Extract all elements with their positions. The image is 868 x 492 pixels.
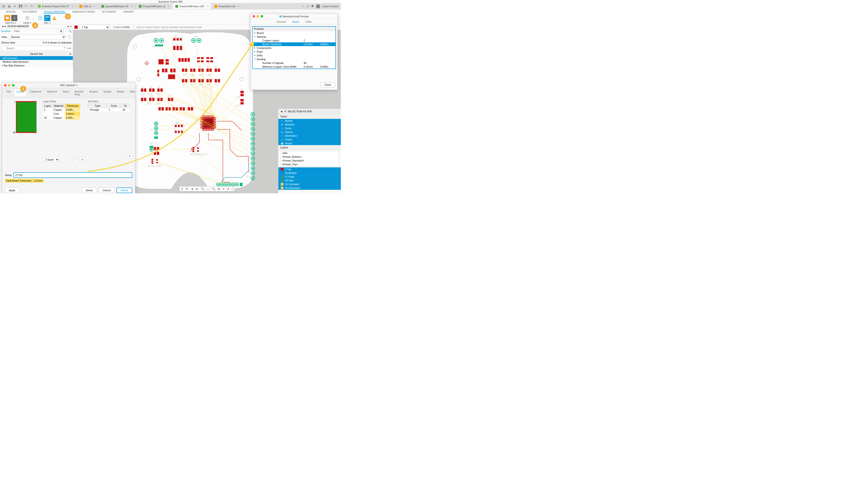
- ribbon-tab-automate[interactable]: AUTOMATE: [101, 10, 117, 14]
- layer-pair-row[interactable]: 1Copper0.035...: [43, 108, 80, 112]
- expand-arrow-icon[interactable]: ▼: [254, 35, 257, 38]
- tab-close-icon[interactable]: ×: [238, 4, 240, 8]
- lp-col-layer[interactable]: Layer: [43, 104, 53, 108]
- document-tab[interactable]: PowerDrillPower v1×: [136, 3, 173, 9]
- mfg-minimize-icon[interactable]: [256, 15, 259, 18]
- back-arrow-icon[interactable]: ◄: [280, 110, 283, 113]
- tab-close-icon[interactable]: ×: [168, 4, 170, 8]
- file-icon[interactable]: ▤: [7, 5, 11, 8]
- minimize-icon[interactable]: [8, 84, 10, 87]
- grid-snap-icon[interactable]: ⊞: [218, 187, 220, 191]
- tab-close-icon[interactable]: ×: [207, 4, 209, 8]
- expand-arrow-icon[interactable]: ▶: [254, 54, 257, 57]
- extensions-icon[interactable]: ◷: [307, 5, 309, 8]
- redo-icon[interactable]: ↷: [30, 5, 33, 8]
- save-icon[interactable]: 💾: [19, 5, 22, 8]
- drc-tab-clearance[interactable]: Clearance: [27, 89, 44, 97]
- filter-type-attribute[interactable]: AAttribute: [278, 123, 341, 126]
- zoom-out-icon[interactable]: 🔍: [212, 187, 215, 191]
- drc-tab-misc[interactable]: Misc: [127, 89, 138, 97]
- drc-tab-file[interactable]: File: [4, 89, 13, 97]
- property-row[interactable]: ▶Pads: [253, 50, 336, 54]
- layer-preset-item[interactable]: <Preset_Top>: [280, 163, 339, 166]
- property-row[interactable]: ▶Drills: [253, 54, 336, 57]
- via-minus-button[interactable]: −: [120, 153, 125, 158]
- vp-col-from[interactable]: From: [107, 104, 121, 108]
- via-plus-button[interactable]: +: [127, 153, 132, 158]
- layer-item[interactable]: 18 Vias: [278, 179, 341, 182]
- expand-arrow-icon[interactable]: ▼: [254, 58, 257, 60]
- layer-minus-button[interactable]: −: [73, 157, 78, 162]
- zoom-in-icon[interactable]: 🔍: [201, 187, 204, 191]
- mfg-close-button[interactable]: Close: [320, 82, 335, 87]
- document-tab[interactable]: PowerDrill v14×: [212, 3, 243, 9]
- ribbon-tab-document[interactable]: DOCUMENT: [22, 10, 39, 14]
- design-manager-settings-icon[interactable]: ●: [68, 25, 69, 28]
- tab-close-icon[interactable]: ×: [94, 4, 96, 8]
- vp-col-type[interactable]: Type: [88, 104, 107, 108]
- via-pairs-table[interactable]: Type From To Through116: [88, 104, 130, 112]
- document-tab[interactable]: powerDrillPower v9*×: [99, 3, 136, 9]
- drc-rules-icon[interactable]: [37, 15, 43, 21]
- mfg-tab-preview[interactable]: Preview: [274, 20, 289, 24]
- undo-icon[interactable]: ↶: [24, 5, 28, 8]
- app-grid-icon[interactable]: ⊞: [2, 5, 5, 8]
- layer-select[interactable]: 1 Top: [79, 25, 109, 29]
- layer-item[interactable]: 19 Unrouted: [278, 182, 341, 186]
- layer-item[interactable]: 17 Pads: [278, 175, 341, 179]
- layer-preset-item[interactable]: <Preset_Bottom>: [280, 155, 339, 159]
- drc-errors-icon[interactable]: !: [51, 15, 57, 21]
- filter-type-airwire[interactable]: ─Airwire: [278, 119, 341, 123]
- drc-tab-annular-ring[interactable]: Annular Ring: [72, 89, 86, 97]
- layer-pair-row[interactable]: Core1.5mm: [43, 112, 80, 116]
- filter-type-frame[interactable]: □Frame: [278, 138, 341, 141]
- mfg-maximize-icon[interactable]: [261, 15, 263, 18]
- cancel-button[interactable]: Cancel: [99, 188, 115, 193]
- device-set-item[interactable]: <Top Side Devices>: [0, 64, 73, 67]
- expand-arrow-icon[interactable]: ▶: [254, 50, 257, 53]
- more-menu-icon[interactable]: •••: [68, 47, 71, 50]
- property-row[interactable]: ▼Routing: [253, 57, 336, 61]
- search-input[interactable]: [1, 46, 66, 51]
- filter-type-device[interactable]: ▭Device: [278, 130, 341, 134]
- view-grid-icon[interactable]: [24, 15, 30, 21]
- notification-icon[interactable]: ❶: [311, 5, 314, 8]
- nav-back-icon[interactable]: ◄: [191, 187, 194, 191]
- check-button[interactable]: Check: [117, 188, 132, 193]
- expand-arrow-icon[interactable]: ▶: [254, 32, 257, 34]
- lp-col-thickness[interactable]: Thickness: [65, 104, 80, 108]
- lp-col-material[interactable]: Material: [52, 104, 65, 108]
- collapse-icon[interactable]: ◄◄: [1, 25, 6, 28]
- ribbon-tab-library[interactable]: LIBRARY: [122, 10, 135, 14]
- device-set-item[interactable]: <All Devices>: [0, 56, 73, 60]
- property-row[interactable]: ▶Board: [253, 31, 336, 35]
- design-manager-menu-icon[interactable]: ≡: [70, 25, 72, 28]
- document-tab[interactable]: Practice-Power-Drill v7*×: [35, 3, 77, 9]
- drc-tab-supply[interactable]: Supply: [101, 89, 114, 97]
- layer-preset-item[interactable]: <Preset_Standard>: [280, 159, 339, 163]
- ribbon-tab-rules-drc-erc[interactable]: RULES DRC/ERC: [44, 10, 67, 14]
- filter-type-dimension[interactable]: ↔Dimension: [278, 134, 341, 138]
- close-icon[interactable]: [4, 84, 6, 87]
- view-select[interactable]: Devices: [9, 35, 66, 39]
- filter-type-circle[interactable]: ○Circle: [278, 126, 341, 130]
- layer-item[interactable]: 1 Top: [278, 167, 341, 171]
- layer-pairs-table[interactable]: Layer Material Thickness 1Copper0.035...…: [43, 104, 80, 120]
- ribbon-tab-design[interactable]: DESIGN: [5, 10, 16, 14]
- layer-plus-button[interactable]: +: [80, 157, 85, 162]
- layers-count-select[interactable]: 2 layers: [43, 157, 59, 162]
- expand-arrow-icon[interactable]: ▸: [232, 188, 233, 190]
- fit-icon[interactable]: ⊙: [181, 187, 183, 191]
- filter-type-group[interactable]: ▦Group: [278, 141, 341, 145]
- layer-presets-list[interactable]: <All><Preset_Bottom><Preset_Standard><Pr…: [280, 151, 339, 166]
- property-row[interactable]: ▼Stackup: [253, 35, 336, 39]
- drc-tab-shapes[interactable]: Shapes: [86, 89, 100, 97]
- tab-close-icon[interactable]: ×: [131, 4, 133, 8]
- stop-icon[interactable]: ⊖: [227, 187, 229, 191]
- document-tab[interactable]: Drill v1×: [77, 3, 99, 9]
- help-icon[interactable]: ?: [68, 35, 71, 39]
- mfg-tab-drills[interactable]: Drills: [303, 20, 314, 24]
- visibility-icon[interactable]: 👁: [185, 187, 189, 191]
- property-row[interactable]: ▶Components: [253, 46, 336, 50]
- expand-arrow-icon[interactable]: ▶: [254, 47, 257, 49]
